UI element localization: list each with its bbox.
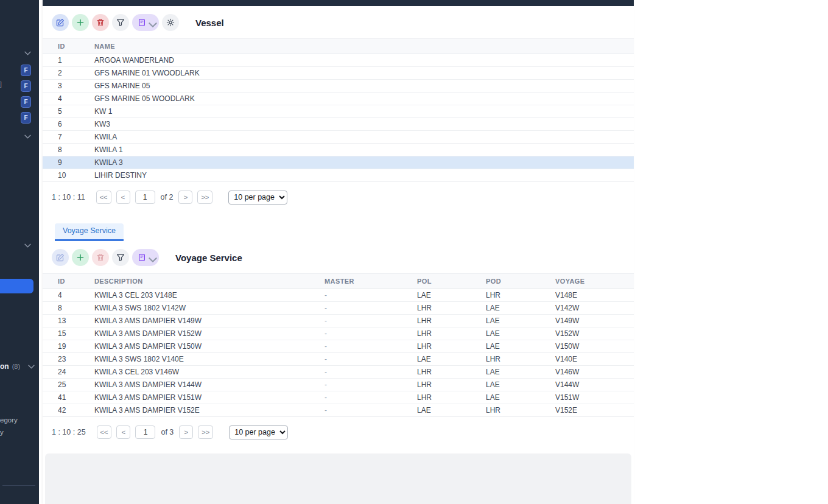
- table-row[interactable]: 8KWILA 3 SWS 1802 V142W-LHRLAEV142W: [43, 302, 634, 315]
- table-cell: KWILA 3 SWS 1802 V142W: [94, 304, 325, 312]
- tab-voyage-service[interactable]: Voyage Service: [55, 223, 124, 241]
- table-cell: -: [325, 304, 417, 312]
- add-button[interactable]: [72, 249, 89, 266]
- table-cell: 9: [58, 158, 94, 167]
- tab-strip: Voyage Service: [43, 223, 634, 241]
- table-row[interactable]: 4GFS MARINE 05 WOODLARK: [43, 93, 634, 105]
- favourite-badge[interactable]: F: [21, 65, 31, 76]
- trash-icon: [96, 253, 105, 262]
- table-cell: GFS MARINE 05 WOODLARK: [94, 94, 634, 103]
- table-row[interactable]: 9KWILA 3: [43, 156, 634, 169]
- voyage-service-panel: Voyage Service ID DESCRIPTION MASTER POL…: [43, 241, 634, 447]
- table-row[interactable]: 42KWILA 3 AMS DAMPIER V152E-LAELHRV152E: [43, 404, 634, 417]
- table-cell: 6: [58, 120, 94, 128]
- table-row[interactable]: 1ARGOA WANDERLAND: [43, 54, 634, 67]
- table-cell: -: [325, 380, 417, 389]
- table-row[interactable]: 6KW3: [43, 118, 634, 131]
- table-cell: LHR: [486, 291, 555, 299]
- last-page-button[interactable]: >>: [197, 191, 212, 204]
- table-cell: -: [325, 355, 417, 363]
- table-cell: -: [325, 317, 417, 325]
- panel-title: Voyage Service: [175, 253, 242, 263]
- table-cell: 4: [58, 291, 94, 299]
- empty-content-area: [45, 453, 631, 504]
- chevron-down-icon[interactable]: [24, 243, 31, 248]
- table-cell: 1: [58, 56, 94, 65]
- chevron-down-icon[interactable]: [24, 51, 31, 55]
- table-cell: LHR: [417, 368, 486, 376]
- favourite-badge[interactable]: F: [21, 96, 31, 108]
- column-header-pod: POD: [486, 278, 555, 285]
- voyage-toolbar: Voyage Service: [43, 241, 634, 273]
- table-cell: KWILA 3 AMS DAMPIER V151W: [94, 393, 325, 402]
- table-row[interactable]: 7KWILA: [43, 131, 634, 144]
- next-page-button[interactable]: >: [179, 425, 193, 439]
- table-cell: ARGOA WANDERLAND: [94, 56, 634, 65]
- table-row[interactable]: 24KWILA 3 CEL 203 V146W-LHRLAEV146W: [43, 366, 634, 379]
- edit-button[interactable]: [52, 14, 69, 31]
- table-cell: 41: [58, 393, 94, 402]
- per-page-select[interactable]: 10 per page: [228, 191, 287, 205]
- table-row[interactable]: 3GFS MARINE 05: [43, 80, 634, 93]
- first-page-button[interactable]: <<: [97, 425, 112, 439]
- table-cell: V144W: [555, 380, 634, 389]
- sidebar-item-selected[interactable]: [0, 279, 33, 293]
- table-row[interactable]: 15KWILA 3 AMS DAMPIER V152W-LHRLAEV152W: [43, 327, 634, 340]
- page-input[interactable]: [135, 191, 155, 204]
- edit-icon: [56, 253, 65, 262]
- record-range: 1 : 10 : 11: [52, 193, 85, 201]
- delete-button[interactable]: [92, 249, 109, 266]
- sidebar-item-count: (8): [12, 363, 20, 370]
- table-row[interactable]: 5KW 1: [43, 105, 634, 118]
- last-page-button[interactable]: >>: [198, 425, 213, 439]
- edit-button[interactable]: [52, 249, 69, 266]
- add-button[interactable]: [72, 14, 89, 31]
- first-page-button[interactable]: <<: [96, 191, 111, 204]
- chevron-down-icon[interactable]: [24, 135, 31, 139]
- next-page-button[interactable]: >: [178, 191, 192, 204]
- table-row[interactable]: 4KWILA 3 CEL 203 V148E-LAELHRV148E: [43, 289, 634, 302]
- document-icon: [138, 253, 146, 262]
- table-cell: LHR: [417, 329, 486, 338]
- table-row[interactable]: 19KWILA 3 AMS DAMPIER V150W-LHRLAEV150W: [43, 340, 634, 353]
- table-cell: GFS MARINE 05: [94, 82, 634, 90]
- table-cell: LHR: [486, 406, 555, 415]
- export-button[interactable]: [132, 249, 159, 266]
- voyage-table-body: 4KWILA 3 CEL 203 V148E-LAELHRV148E8KWILA…: [43, 289, 634, 417]
- prev-page-button[interactable]: <: [116, 425, 130, 439]
- table-row[interactable]: 23KWILA 3 SWS 1802 V140E-LAELHRV140E: [43, 353, 634, 366]
- table-cell: LAE: [486, 380, 555, 389]
- table-row[interactable]: 10LIHIR DESTINY: [43, 169, 634, 182]
- table-cell: 8: [58, 145, 94, 154]
- sidebar-item-truncated[interactable]: egory: [0, 416, 18, 424]
- per-page-select[interactable]: 10 per page: [229, 425, 288, 439]
- table-row[interactable]: 41KWILA 3 AMS DAMPIER V151W-LHRLAEV151W: [43, 391, 634, 404]
- table-cell: LAE: [486, 304, 555, 312]
- table-row[interactable]: 8KWILA 1: [43, 144, 634, 156]
- vessel-pagination: 1 : 10 : 11 << < of 2 > >> 10 per page: [43, 182, 634, 212]
- table-cell: KWILA 3 AMS DAMPIER V152E: [94, 406, 325, 415]
- page-input[interactable]: [135, 425, 155, 439]
- table-cell: KWILA 3 SWS 1802 V140E: [94, 355, 325, 363]
- table-row[interactable]: 13KWILA 3 AMS DAMPIER V149W-LHRLAEV149W: [43, 315, 634, 327]
- filter-button[interactable]: [112, 249, 129, 266]
- table-cell: 42: [58, 406, 94, 415]
- favourite-badge[interactable]: F: [21, 80, 31, 92]
- sidebar-item-truncated[interactable]: on (8): [0, 362, 35, 371]
- export-button[interactable]: [132, 14, 159, 31]
- sidebar-item-truncated[interactable]: y: [0, 429, 4, 436]
- table-cell: KWILA 3 AMS DAMPIER V150W: [94, 342, 325, 351]
- filter-button[interactable]: [112, 14, 129, 31]
- table-row[interactable]: 2GFS MARINE 01 VWOODLARK: [43, 67, 634, 80]
- table-cell: V149W: [555, 317, 634, 325]
- prev-page-button[interactable]: <: [116, 191, 130, 204]
- table-row[interactable]: 25KWILA 3 AMS DAMPIER V144W-LHRLAEV144W: [43, 379, 634, 391]
- funnel-icon: [116, 18, 125, 27]
- favourite-badge[interactable]: F: [21, 112, 31, 124]
- table-cell: V152E: [555, 406, 634, 415]
- table-cell: LHR: [417, 342, 486, 351]
- table-cell: 4: [58, 94, 94, 103]
- delete-button[interactable]: [92, 14, 109, 31]
- column-header-voyage: VOYAGE: [555, 278, 634, 285]
- settings-button[interactable]: [162, 14, 179, 31]
